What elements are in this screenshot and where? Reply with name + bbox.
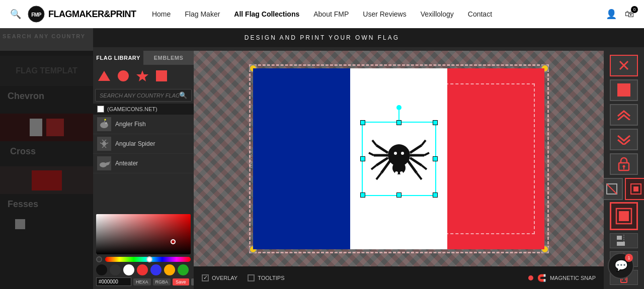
angular-spider-label: Angular Spider — [115, 140, 155, 147]
bottom-right-tools: 🧲 MAGNETIC SNAP — [528, 274, 596, 282]
account-icon[interactable]: 👤 — [606, 9, 617, 20]
flag-edit-wrapper: HOIST EDIT MODE — [253, 68, 545, 249]
svg-line-41 — [422, 140, 426, 145]
canvas-main[interactable]: HOIST EDIT MODE — [194, 51, 604, 266]
hue-bar[interactable] — [105, 257, 191, 262]
chevron-down-icon — [616, 134, 632, 145]
handle-tr[interactable] — [433, 120, 438, 125]
handle-tm[interactable] — [396, 120, 401, 125]
red-dot-indicator — [528, 275, 533, 280]
color-save-btn[interactable]: Save — [173, 278, 189, 285]
color-gradient-box[interactable] — [96, 214, 191, 254]
canvas-toolbar: ✓ OVERLAY TOOLTIPS 🧲 MAGNETIC SNAP — [194, 266, 604, 289]
lock-button[interactable] — [610, 153, 638, 175]
tooltips-checkbox[interactable] — [248, 274, 255, 281]
move-up-button[interactable] — [610, 104, 638, 126]
svg-point-28 — [392, 161, 406, 174]
overlay-tool[interactable]: ✓ OVERLAY — [202, 274, 237, 281]
swatch-green[interactable] — [178, 264, 189, 275]
svg-rect-12 — [156, 70, 167, 81]
chat-icon: 💬 — [614, 259, 628, 272]
overlay-label: OVERLAY — [212, 275, 237, 281]
emblem-item-anteater[interactable]: Anteater — [93, 154, 194, 173]
search-icon[interactable]: 🔍 — [10, 9, 21, 20]
rotation-handle[interactable] — [396, 105, 401, 110]
circle-shape[interactable] — [116, 69, 130, 83]
svg-point-17 — [102, 142, 106, 146]
full-fill-mode-btn[interactable] — [610, 202, 638, 230]
tab-emblems[interactable]: EMBLEMS — [143, 51, 194, 65]
swatch-blue[interactable] — [150, 264, 162, 275]
swatch-darkgray[interactable] — [110, 264, 121, 275]
rgba-mode-btn[interactable]: RGBA — [153, 278, 171, 285]
overlay-checkbox[interactable]: ✓ — [202, 274, 209, 281]
fill-button[interactable] — [610, 79, 638, 101]
svg-line-23 — [104, 146, 106, 148]
svg-line-22 — [102, 146, 104, 148]
svg-point-49 — [397, 175, 400, 178]
no-fill-mode-btn[interactable] — [601, 178, 623, 200]
svg-line-42 — [424, 153, 429, 155]
move-down-button[interactable] — [610, 129, 638, 150]
handle-tl[interactable] — [360, 120, 365, 125]
tab-flag-library[interactable]: FLAG LIBRARY — [93, 51, 143, 65]
tooltips-tool[interactable]: TOOLTIPS — [248, 274, 284, 281]
angler-fish-icon — [97, 117, 111, 131]
emblem-search-input[interactable] — [100, 92, 179, 99]
swatch-orange[interactable] — [164, 264, 175, 275]
square-shape[interactable] — [154, 69, 169, 83]
chat-button[interactable]: 💬 1 — [608, 253, 634, 279]
swatch-red[interactable] — [137, 264, 148, 275]
star-shape[interactable] — [135, 69, 149, 83]
svg-point-14 — [105, 122, 107, 124]
handle-bl[interactable] — [360, 192, 365, 198]
svg-point-47 — [395, 171, 398, 174]
swatch-white[interactable] — [123, 264, 134, 275]
handle-br[interactable] — [433, 192, 438, 198]
svg-marker-9 — [98, 71, 110, 81]
nav-flag-maker[interactable]: Flag Maker — [185, 10, 220, 18]
hoist-label: HOIST — [248, 149, 253, 168]
close-button[interactable] — [610, 55, 638, 76]
triangle-shape[interactable] — [97, 69, 111, 83]
svg-point-48 — [400, 171, 403, 174]
search-icon[interactable]: 🔍 — [179, 91, 187, 99]
brightness-circle[interactable] — [96, 256, 102, 262]
nav-all-flag-collections[interactable]: All Flag Collections — [234, 10, 299, 18]
left-panel — [0, 51, 93, 289]
hue-handle[interactable] — [146, 256, 152, 262]
handle-lm[interactable] — [360, 156, 365, 161]
svg-line-18 — [102, 140, 104, 142]
svg-rect-61 — [619, 211, 629, 221]
handle-bm[interactable] — [396, 192, 401, 198]
svg-line-57 — [607, 184, 617, 194]
swatch-black[interactable] — [96, 264, 107, 275]
logo-icon: FMP — [27, 5, 45, 23]
magnetic-snap-label: MAGNETIC SNAP — [550, 275, 596, 281]
svg-point-54 — [623, 165, 625, 168]
nav-user-reviews[interactable]: User Reviews — [363, 10, 406, 18]
logo[interactable]: FMP FLAGMAKER&PRINT — [27, 5, 136, 23]
align-button[interactable] — [610, 233, 638, 248]
svg-marker-11 — [136, 70, 148, 81]
nav-contact[interactable]: Contact — [468, 10, 492, 18]
rotation-line — [398, 110, 399, 120]
color-swatches — [96, 264, 191, 275]
category-expand-icon[interactable] — [97, 106, 104, 113]
hexa-mode-btn[interactable]: HEXA — [133, 278, 151, 285]
nav-home[interactable]: Home — [152, 10, 171, 18]
emblem-item-angular-spider[interactable]: Angular Spider — [93, 134, 194, 154]
cart-icon[interactable]: 🛍 0 — [625, 9, 634, 20]
center-fill-icon — [629, 182, 643, 196]
emblem-list: Angler Fish Angular — [93, 115, 194, 211]
center-fill-mode-btn[interactable] — [625, 178, 644, 200]
nav-vexillology[interactable]: Vexillology — [421, 10, 454, 18]
align-icon — [616, 234, 632, 248]
nav-about-fmp[interactable]: About FMP — [313, 10, 349, 18]
hex-input[interactable] — [96, 277, 131, 286]
svg-line-39 — [371, 165, 376, 169]
svg-line-44 — [417, 173, 422, 179]
color-picker: HEXA RGBA Save Reset — [93, 211, 194, 289]
emblem-item-angler-fish[interactable]: Angler Fish — [93, 115, 194, 134]
handle-rm[interactable] — [433, 156, 438, 161]
